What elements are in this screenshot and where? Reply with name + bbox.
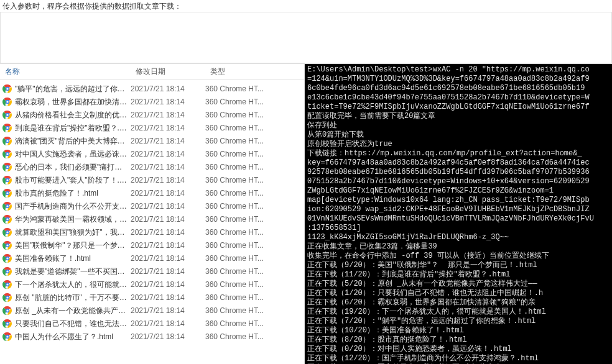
- terminal-output[interactable]: E:\Users\Admin\Desktop\test>wxAC -n 20 "…: [305, 64, 612, 364]
- terminal-line: 正在下载（5/20）：原创 _从未有一个政党能像共产党这样伟大过——: [307, 280, 610, 289]
- file-name: 下一个屠杀犹太人的，很可能就是美国人...: [15, 280, 127, 290]
- chrome-html-icon: [2, 136, 12, 146]
- file-row[interactable]: 国产手机制造商为什么不公开支持鸿蒙？...2021/7/21 18:14360 …: [0, 200, 304, 213]
- terminal-line: 92578eb08eabe671be6816565db05b19fd54dffd…: [307, 168, 610, 177]
- chrome-html-icon: [2, 332, 12, 342]
- file-name: "躺平"的危害，远远的超过了你的想象！...: [15, 84, 127, 94]
- file-date: 2021/7/21 18:14: [131, 215, 205, 224]
- file-date: 2021/7/21 18:14: [131, 319, 205, 328]
- terminal-line: 正在下载（1/20）：只要我们自己不犯错，谁也无法阻止中国崛起！.h: [307, 289, 610, 298]
- file-type: 360 Chrome HT...: [205, 98, 302, 106]
- file-row[interactable]: 华为鸿蒙再破美国一霸权领域，但中美技...2021/7/21 18:14360 …: [0, 213, 304, 226]
- file-list[interactable]: "躺平"的危害，远远的超过了你的想象！...2021/7/21 18:14360…: [0, 80, 304, 364]
- file-type: 360 Chrome HT...: [205, 202, 302, 211]
- file-type: 360 Chrome HT...: [205, 267, 302, 276]
- terminal-line: ZWgbLGtdGGF7x1qNEIowMiUo61zrne67f%2FJZCE…: [307, 186, 610, 196]
- svg-point-38: [6, 245, 8, 247]
- file-row[interactable]: 只要我们自己不犯错，谁也无法阻止中国...2021/7/21 18:14360 …: [0, 317, 304, 330]
- file-row[interactable]: 原创 "肮脏的比特币"，千万不要碰！.h...2021/7/21 18:1436…: [0, 291, 304, 304]
- file-name: 到底是谁在背后"操控"着欧盟？.html: [15, 123, 127, 134]
- terminal-line: 原创校验开启状态为true: [307, 140, 610, 149]
- file-type: 360 Chrome HT...: [205, 293, 302, 302]
- file-row[interactable]: 原创 _从未有一个政党能像共产党这样伟...2021/7/21 18:14360…: [0, 304, 304, 317]
- file-list-header: 名称 修改日期 类型: [0, 64, 304, 80]
- terminal-line: 正在下载（19/20）：下一个屠杀犹太人的，很可能就是美国人！.html: [307, 307, 610, 317]
- svg-point-20: [6, 166, 8, 168]
- chrome-html-icon: [2, 110, 12, 120]
- file-name: 华为鸿蒙再破美国一霸权领域，但中美技...: [15, 214, 127, 225]
- file-row[interactable]: 股市可能要进入"套人"阶段了！.html2021/7/21 18:14360 C…: [0, 174, 304, 187]
- file-type: 360 Chrome HT...: [205, 332, 302, 341]
- svg-point-41: [6, 258, 8, 260]
- chrome-html-icon: [2, 84, 12, 94]
- terminal-line: 收集完毕，在命令行中添加 -off 39 可以从（接近）当前位置处继续下: [307, 252, 610, 261]
- svg-point-14: [6, 140, 8, 142]
- file-date: 2021/7/21 18:14: [131, 111, 205, 119]
- file-date: 2021/7/21 18:14: [131, 163, 205, 171]
- file-row[interactable]: "躺平"的危害，远远的超过了你的想象！...2021/7/21 18:14360…: [0, 83, 304, 96]
- file-name: 霸权衰弱，世界多国都在加快清算领"狗...: [15, 97, 127, 107]
- file-row[interactable]: 霸权衰弱，世界多国都在加快清算领"狗...2021/7/21 18:14360 …: [0, 96, 304, 109]
- file-row[interactable]: 中国人为什么不愿生了？.html2021/7/21 18:14360 Chrom…: [0, 330, 304, 344]
- chrome-html-icon: [2, 175, 12, 185]
- file-type: 360 Chrome HT...: [205, 163, 302, 171]
- file-row[interactable]: 股市真的挺危险了！.html2021/7/21 18:14360 Chrome …: [0, 187, 304, 200]
- chrome-html-icon: [2, 214, 12, 224]
- svg-point-8: [6, 114, 8, 116]
- file-row[interactable]: 美国准备赖账了！.html2021/7/21 18:14360 Chrome H…: [0, 252, 304, 265]
- chrome-html-icon: [2, 266, 12, 276]
- chrome-html-icon: [2, 319, 12, 329]
- file-date: 2021/7/21 18:14: [131, 293, 205, 302]
- terminal-line: key=f6674797a48aa0ad83c8b2a492af94c5af0e…: [307, 158, 610, 168]
- svg-point-47: [6, 284, 8, 286]
- terminal-line: 6c0be4fde96ca0fd3d6ac94d5e61c692578eb08e…: [307, 84, 610, 93]
- file-row[interactable]: 对中国人实施恐袭者，虽远必诛！.html2021/7/21 18:14360 C…: [0, 148, 304, 161]
- params-textarea[interactable]: [0, 12, 612, 63]
- file-type: 360 Chrome HT...: [205, 111, 302, 119]
- file-row[interactable]: 美国"联俄制华"？那只是一个梦而已！.h...2021/7/21 18:1436…: [0, 239, 304, 252]
- column-header-name[interactable]: 名称: [0, 66, 131, 77]
- terminal-line: ticket=T9e72%2F9MISpbIjuVxanoZZWgbLGtdGG…: [307, 102, 610, 112]
- svg-point-32: [6, 219, 8, 221]
- terminal-line: =124&uin=MTM3NTY1ODUzMQ%3D%3D&key=f66747…: [307, 75, 610, 84]
- file-type: 360 Chrome HT...: [205, 150, 302, 158]
- file-row[interactable]: 到底是谁在背后"操控"着欧盟？.html2021/7/21 18:14360 C…: [0, 122, 304, 135]
- file-name: 只要我们自己不犯错，谁也无法阻止中国...: [15, 319, 127, 329]
- column-header-date[interactable]: 修改日期: [131, 66, 205, 77]
- chrome-html-icon: [2, 201, 12, 211]
- file-row[interactable]: 从猪肉价格看社会主义制度的优越性！.h...2021/7/21 18:14360…: [0, 109, 304, 122]
- file-date: 2021/7/21 18:14: [131, 137, 205, 145]
- chrome-html-icon: [2, 280, 12, 289]
- file-type: 360 Chrome HT...: [205, 215, 302, 224]
- file-row[interactable]: 下一个屠杀犹太人的，很可能就是美国人...2021/7/21 18:14360 …: [0, 278, 304, 291]
- file-name: 股市可能要进入"套人"阶段了！.html: [15, 175, 127, 186]
- chrome-html-icon: [2, 97, 12, 107]
- file-name: 对中国人实施恐袭者，虽远必诛！.html: [15, 149, 127, 160]
- file-date: 2021/7/21 18:14: [131, 98, 205, 106]
- file-row[interactable]: 就算欧盟和美国"狼狈为奸"，我们也不怕...2021/7/21 18:14360…: [0, 226, 304, 239]
- file-row[interactable]: 滴滴被"团灭"背后的中美大博弈！.html2021/7/21 18:14360 …: [0, 135, 304, 148]
- terminal-line: 正在收集文章，已收集23篇．偏移量39: [307, 242, 610, 252]
- file-date: 2021/7/21 18:14: [131, 332, 205, 341]
- file-type: 360 Chrome HT...: [205, 84, 302, 93]
- terminal-line: map[devicetype:Windows10x64 lang:zh_CN p…: [307, 196, 610, 205]
- terminal-line: 0751528a2b7467b7d110&devicetype=Windows+…: [307, 177, 610, 186]
- file-name: 恶心的日本，我们必须要"痛打落水狗"！...: [15, 162, 127, 173]
- file-row[interactable]: 我就是要"道德绑架"一些不买国产商品的...2021/7/21 18:14360…: [0, 265, 304, 278]
- terminal-line: 正在下载（8/20）：股市真的挺危险了！.html: [307, 335, 610, 345]
- terminal-line: 从第0篇开始下载: [307, 130, 610, 140]
- file-date: 2021/7/21 18:14: [131, 189, 205, 198]
- file-date: 2021/7/21 18:14: [131, 176, 205, 184]
- file-date: 2021/7/21 18:14: [131, 84, 205, 93]
- chrome-html-icon: [2, 188, 12, 198]
- column-header-type[interactable]: 类型: [205, 66, 304, 77]
- terminal-line: e13c6cbe1c9cbe43d40f94b7e755aa0751528a2b…: [307, 93, 610, 102]
- file-name: 股市真的挺危险了！.html: [15, 188, 98, 199]
- file-explorer: 名称 修改日期 类型 "躺平"的危害，远远的超过了你的想象！...2021/7/…: [0, 64, 305, 364]
- file-type: 360 Chrome HT...: [205, 319, 302, 328]
- file-row[interactable]: 恶心的日本，我们必须要"痛打落水狗"！...2021/7/21 18:14360…: [0, 161, 304, 174]
- top-label: 传入参数时，程序会根据你提供的数据抓取文章下载：: [0, 0, 612, 12]
- file-type: 360 Chrome HT...: [205, 228, 302, 237]
- svg-point-56: [6, 323, 8, 325]
- file-date: 2021/7/21 18:14: [131, 241, 205, 250]
